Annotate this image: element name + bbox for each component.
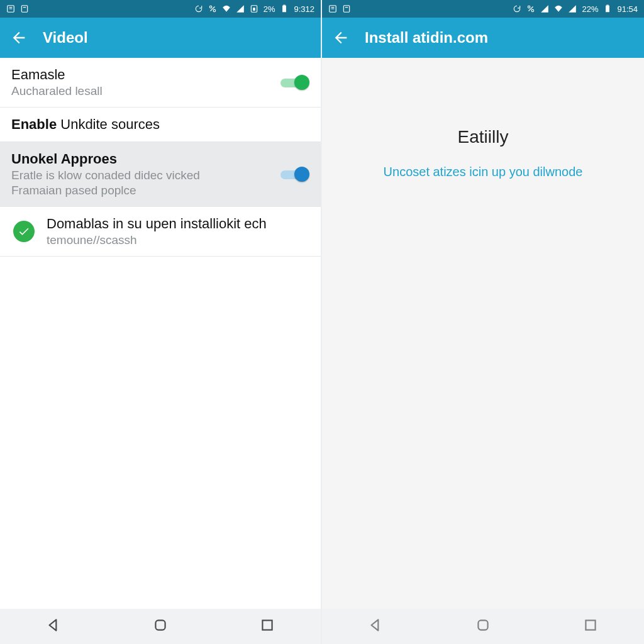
clock-text: 9:312 <box>294 4 314 14</box>
left-phone: 2% 9:312 Videol Eamasle Aucharaled lesal… <box>0 0 322 644</box>
svg-rect-8 <box>283 6 287 13</box>
install-content: Eatiilly Uncoset atizes icin up you dilw… <box>322 58 644 609</box>
app-bar: Install atidin.com <box>322 18 644 58</box>
battery-icon <box>603 4 612 13</box>
signal2-icon <box>568 4 577 13</box>
sim-icon <box>250 4 258 13</box>
row-enable-sources[interactable]: Enable Unkdite sources <box>0 108 321 142</box>
battery-percent: 22% <box>582 4 598 14</box>
back-button[interactable] <box>10 29 28 47</box>
svg-rect-2 <box>23 7 26 8</box>
row-eamasle[interactable]: Eamasle Aucharaled lesall <box>0 58 321 108</box>
nav-recent-icon[interactable] <box>259 617 275 636</box>
svg-point-15 <box>528 6 531 8</box>
nav-bar <box>322 609 644 644</box>
row-sub: temoune//scassh <box>47 233 309 247</box>
battery-icon <box>280 4 289 13</box>
notif2-icon <box>20 4 29 13</box>
nav-back-icon[interactable] <box>45 617 62 636</box>
settings-list: Eamasle Aucharaled lesall Enable Unkdite… <box>0 58 321 609</box>
svg-rect-11 <box>262 620 272 630</box>
page-title: Videol <box>43 29 88 47</box>
back-button[interactable] <box>332 29 350 47</box>
nav-home-icon[interactable] <box>475 617 491 636</box>
install-subtext[interactable]: Uncoset atizes icin up you dilwnode <box>384 165 583 179</box>
percent-icon <box>208 4 217 13</box>
check-circle-icon <box>13 221 35 242</box>
refresh-icon <box>513 4 521 13</box>
svg-point-3 <box>209 6 212 8</box>
svg-rect-9 <box>284 5 286 6</box>
row-sub1: Eratle is klow conaded didec vicked <box>11 169 280 182</box>
row-subtitle: Aucharaled lesall <box>11 84 280 98</box>
svg-rect-19 <box>607 5 609 6</box>
page-title: Install atidin.com <box>365 29 488 47</box>
svg-rect-18 <box>606 6 610 13</box>
nav-recent-icon[interactable] <box>582 617 599 636</box>
svg-rect-1 <box>21 6 27 13</box>
row-title: Eamasle <box>11 67 280 83</box>
status-bar: 22% 91:54 <box>322 0 644 18</box>
svg-point-16 <box>532 9 535 12</box>
status-bar: 2% 9:312 <box>0 0 321 18</box>
row-title: Domablas in su upen installiokit ech <box>47 216 309 232</box>
svg-line-5 <box>210 7 214 11</box>
percent-icon <box>526 4 535 13</box>
row-unokel-approes[interactable]: Unokel Approes Eratle is klow conaded di… <box>0 142 321 207</box>
svg-point-4 <box>213 9 216 12</box>
svg-rect-7 <box>253 8 255 11</box>
signal-icon <box>236 4 245 13</box>
nav-bar <box>0 609 321 644</box>
svg-line-17 <box>529 7 533 11</box>
wifi-icon <box>554 4 563 13</box>
svg-rect-14 <box>345 7 348 8</box>
row-sub2: Framaian pased poplce <box>11 184 280 197</box>
notif-icon <box>6 4 15 13</box>
install-heading: Eatiilly <box>458 127 509 147</box>
battery-percent: 2% <box>264 4 275 14</box>
toggle-eamasle[interactable] <box>280 74 309 91</box>
svg-rect-10 <box>155 620 165 630</box>
right-phone: 22% 91:54 Install atidin.com Eatiilly Un… <box>322 0 644 644</box>
row-domablas[interactable]: Domablas in su upen installiokit ech tem… <box>0 207 321 257</box>
nav-back-icon[interactable] <box>367 617 384 636</box>
app-bar: Videol <box>0 18 321 58</box>
row-title: Enable Unkdite sources <box>11 116 309 133</box>
notif-icon <box>328 4 337 13</box>
svg-rect-21 <box>586 620 595 630</box>
nav-home-icon[interactable] <box>152 617 169 636</box>
clock-text: 91:54 <box>617 4 638 14</box>
svg-rect-20 <box>478 620 487 630</box>
signal-icon <box>540 4 549 13</box>
notif2-icon <box>342 4 351 13</box>
refresh-icon <box>194 4 203 13</box>
toggle-unokel[interactable] <box>280 165 309 183</box>
row-title: Unokel Approes <box>11 151 280 167</box>
svg-rect-13 <box>343 6 349 13</box>
wifi-icon <box>222 4 231 13</box>
